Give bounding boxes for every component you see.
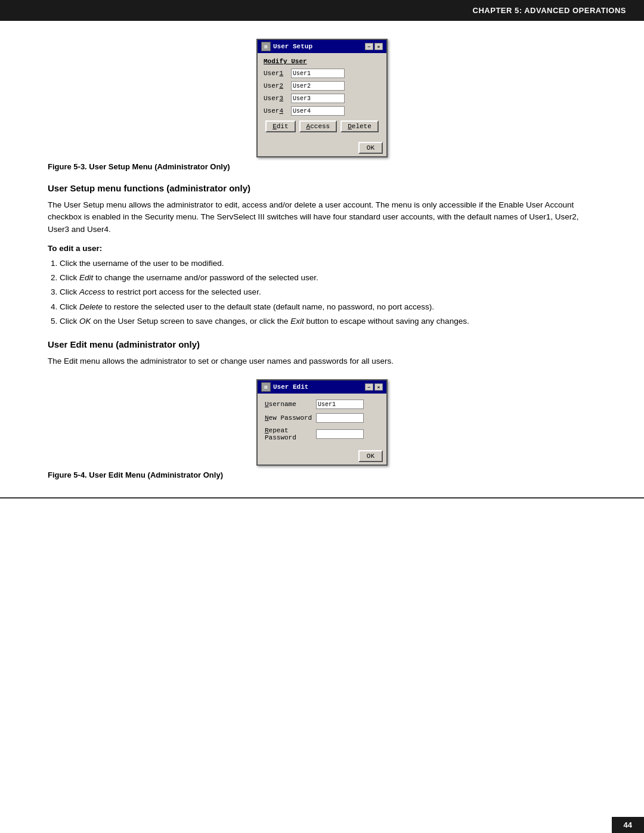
user1-input[interactable] — [291, 69, 345, 78]
body-text-2: The Edit menu allows the administrator t… — [48, 355, 596, 367]
chapter-header: CHAPTER 5: ADVANCED OPERATIONS — [0, 0, 644, 21]
username-row: Username — [265, 400, 379, 409]
repeat-password-input[interactable] — [316, 429, 364, 439]
user4-label: User 4 — [264, 107, 289, 114]
repeat-password-label: Repeat Password — [265, 427, 314, 441]
figure4-container: ⊠ User Edit − × Username — [48, 379, 596, 479]
step-1: Click the username of the user to be mod… — [60, 258, 596, 270]
username-label: Username — [265, 401, 314, 408]
repeat-password-r: R — [265, 427, 269, 434]
step3-access-italic: Access — [79, 287, 106, 296]
step-5: Click OK on the User Setup screen to sav… — [60, 315, 596, 327]
body-text-1: The User Setup menu allows the administr… — [48, 199, 596, 236]
user-row-4: User 4 — [264, 106, 380, 116]
dialog-ok-row: OK — [258, 140, 386, 156]
repeat-password-row: Repeat Password — [265, 427, 379, 441]
user2-input[interactable] — [291, 81, 345, 91]
edit-ok-button[interactable]: OK — [358, 450, 383, 462]
steps-list: Click the username of the user to be mod… — [60, 258, 596, 327]
step-2: Click Edit to change the username and/or… — [60, 272, 596, 284]
step2-edit-italic: Edit — [79, 273, 93, 282]
step-3: Click Access to restrict port access for… — [60, 286, 596, 298]
edit-titlebar-buttons: − × — [365, 383, 383, 391]
user-setup-titlebar: ⊠ User Setup − × — [258, 40, 386, 53]
edit-button[interactable]: Edit — [265, 120, 295, 132]
titlebar-left: ⊠ User Setup — [261, 42, 312, 51]
user3-number: 3 — [279, 95, 283, 102]
dialog-title: User Setup — [273, 43, 312, 50]
bottom-rule — [0, 497, 644, 498]
user-edit-heading: User Edit menu (administrator only) — [48, 339, 596, 349]
step5-ok-italic: OK — [79, 317, 91, 326]
delete-button[interactable]: Delete — [340, 120, 379, 132]
user2-number: 2 — [279, 82, 283, 89]
user-row-1: User 1 — [264, 69, 380, 78]
user-row-3: User 3 — [264, 94, 380, 103]
step5-exit-italic: Exit — [290, 317, 304, 326]
user-setup-dialog: ⊠ User Setup − × Modify User User 1 — [256, 39, 388, 157]
page-number: 44 — [624, 820, 632, 829]
new-password-n: N — [265, 414, 269, 422]
chapter-header-text: CHAPTER 5: ADVANCED OPERATIONS — [473, 6, 626, 15]
user4-input[interactable] — [291, 106, 345, 116]
access-button[interactable]: Access — [299, 120, 338, 132]
ok-button[interactable]: OK — [358, 142, 383, 154]
figure4-caption: Figure 5-4. User Edit Menu (Administrato… — [48, 470, 596, 479]
page-number-bar: 44 — [612, 817, 644, 833]
user3-label: User 3 — [264, 95, 289, 102]
titlebar-buttons: − × — [365, 43, 383, 50]
edit-dialog-ok-row: OK — [258, 448, 386, 465]
user2-label: User 2 — [264, 82, 289, 89]
new-password-row: New Password — [265, 413, 379, 423]
user4-number: 4 — [279, 107, 283, 114]
minimize-button[interactable]: − — [365, 43, 373, 50]
figure3-container: ⊠ User Setup − × Modify User User 1 — [48, 39, 596, 171]
step-4: Click Delete to restore the selected use… — [60, 301, 596, 313]
user1-number: 1 — [279, 70, 283, 77]
user-edit-content: Username New Password Repe — [258, 394, 386, 448]
edit-titlebar-left: ⊠ User Edit — [261, 382, 308, 392]
user-edit-titlebar: ⊠ User Edit − × — [258, 380, 386, 394]
to-edit-heading: To edit a user: — [48, 244, 596, 253]
user-row-2: User 2 — [264, 81, 380, 91]
user-edit-dialog: ⊠ User Edit − × Username — [256, 379, 388, 466]
edit-minimize-button[interactable]: − — [365, 383, 373, 391]
user-setup-content: Modify User User 1 User 2 — [258, 53, 386, 140]
dialog-app-icon: ⊠ — [261, 42, 271, 51]
username-u: U — [265, 401, 269, 408]
modify-user-label: Modify User — [264, 58, 380, 65]
edit-dialog-app-icon: ⊠ — [261, 382, 271, 392]
page-container: CHAPTER 5: ADVANCED OPERATIONS ⊠ User Se… — [0, 0, 644, 833]
edit-close-button[interactable]: × — [374, 383, 383, 391]
figure3-caption: Figure 5-3. User Setup Menu (Administrat… — [48, 162, 596, 171]
edit-dialog-title: User Edit — [273, 383, 308, 391]
section-heading: User Setup menu functions (administrator… — [48, 183, 596, 193]
close-button[interactable]: × — [374, 43, 383, 50]
username-input[interactable] — [316, 400, 364, 409]
step4-delete-italic: Delete — [79, 302, 103, 311]
user3-input[interactable] — [291, 94, 345, 103]
dialog-action-buttons: Edit Access Delete — [264, 120, 380, 132]
new-password-label: New Password — [265, 414, 314, 422]
content-area: ⊠ User Setup − × Modify User User 1 — [0, 39, 644, 479]
new-password-input[interactable] — [316, 413, 364, 423]
user1-label: User 1 — [264, 70, 289, 77]
